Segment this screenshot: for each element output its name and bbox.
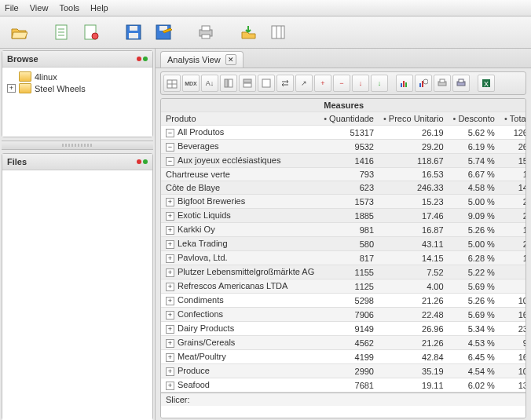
- row-label[interactable]: Côte de Blaye: [161, 181, 319, 195]
- expand-icon[interactable]: +: [166, 339, 174, 348]
- expand-icon[interactable]: +: [166, 283, 174, 291]
- print2-icon[interactable]: [434, 75, 451, 92]
- tree-item-steelwheels[interactable]: +Steel Wheels: [5, 82, 149, 94]
- col-header[interactable]: •Desconto: [449, 112, 500, 126]
- row-label[interactable]: +Bigfoot Breweries: [161, 195, 319, 209]
- cell-value: 5298: [319, 294, 379, 308]
- expand-icon[interactable]: +: [166, 268, 174, 277]
- splitter[interactable]: [2, 141, 153, 150]
- open-button[interactable]: [6, 20, 31, 45]
- down-red-icon[interactable]: ↓: [352, 75, 369, 92]
- row-label[interactable]: +Produce: [161, 364, 319, 378]
- row-label[interactable]: −All Produtos: [161, 126, 319, 140]
- expand-icon[interactable]: +: [166, 212, 174, 221]
- table-row: −Aux joyeux ecclésiastiques1416118.675.7…: [161, 154, 526, 168]
- chart-bar-icon[interactable]: [396, 75, 413, 92]
- print3-icon[interactable]: [452, 75, 470, 92]
- print-button[interactable]: [193, 20, 218, 45]
- cell-value: 261115: [500, 140, 526, 154]
- cell-value: 35.19: [379, 364, 449, 378]
- expand-icon[interactable]: +: [166, 226, 174, 235]
- tree-item-4linux[interactable]: 4linux: [5, 71, 149, 82]
- row-label[interactable]: +Exotic Liquids: [161, 209, 319, 223]
- drill-minus-icon[interactable]: −: [333, 75, 350, 92]
- col-header[interactable]: •Quantidade: [319, 112, 379, 126]
- collapse-icon[interactable]: −: [166, 157, 174, 166]
- menu-view[interactable]: View: [30, 3, 49, 13]
- cell-value: 9532: [319, 140, 379, 154]
- menu-help[interactable]: Help: [90, 3, 108, 13]
- cell-value: 23752: [500, 237, 526, 251]
- table-row: +Condiments529821.265.26 %106703: [161, 294, 526, 308]
- excel-icon[interactable]: X: [478, 75, 495, 92]
- files-header: Files: [2, 154, 152, 170]
- collapse-icon[interactable]: −: [166, 143, 174, 152]
- col-header[interactable]: •Preco Unitario: [379, 112, 449, 126]
- cell-value: 9149: [319, 322, 379, 336]
- expand-icon[interactable]: +: [166, 367, 174, 376]
- cell-value: 1573: [319, 195, 379, 209]
- expand-icon[interactable]: +: [166, 198, 174, 206]
- expand-icon[interactable]: +: [7, 84, 16, 93]
- expand-icon[interactable]: +: [166, 297, 174, 305]
- cell-value: 1416: [319, 154, 379, 168]
- save-button[interactable]: [121, 20, 146, 45]
- swap-icon[interactable]: [276, 75, 294, 92]
- mdx-icon[interactable]: MDX: [182, 75, 200, 92]
- export-button[interactable]: [236, 20, 261, 45]
- collapse-icon[interactable]: −: [166, 129, 174, 137]
- layout3-icon[interactable]: [258, 75, 275, 92]
- svg-rect-25: [401, 83, 402, 87]
- row-label[interactable]: +Seafood: [161, 378, 319, 393]
- chart-config-icon[interactable]: [415, 75, 432, 92]
- refresh-icon[interactable]: [137, 159, 148, 164]
- layout2-icon[interactable]: [239, 75, 256, 92]
- expand-icon[interactable]: +: [166, 325, 174, 334]
- down-green-icon[interactable]: ↓: [371, 75, 388, 92]
- row-label[interactable]: +Condiments: [161, 294, 319, 308]
- svg-rect-21: [229, 79, 233, 87]
- svg-rect-7: [130, 26, 137, 31]
- row-label[interactable]: Chartreuse verte: [161, 168, 319, 181]
- menu-file[interactable]: File: [5, 3, 19, 13]
- row-label[interactable]: +Leka Trading: [161, 237, 319, 251]
- row-label[interactable]: +Pavlova, Ltd.: [161, 251, 319, 265]
- expand-icon[interactable]: +: [166, 311, 174, 320]
- dim-header[interactable]: Produto: [161, 112, 319, 126]
- drill-plus-icon[interactable]: +: [314, 75, 331, 92]
- layout1-icon[interactable]: [220, 75, 237, 92]
- expand-icon[interactable]: +: [166, 240, 174, 249]
- refresh-icon[interactable]: [137, 57, 148, 61]
- row-label[interactable]: +Confections: [161, 308, 319, 322]
- row-label[interactable]: −Aux joyeux ecclésiastiques: [161, 154, 319, 168]
- expand-icon[interactable]: +: [166, 254, 174, 263]
- tab-analysis-view[interactable]: Analysis View ✕: [160, 51, 244, 68]
- menu-tools[interactable]: Tools: [59, 3, 79, 13]
- svg-rect-32: [440, 79, 445, 82]
- columns-button[interactable]: [266, 20, 291, 45]
- row-label[interactable]: +Plutzer Lebensmittelgroßmärkte AG: [161, 265, 319, 279]
- row-label[interactable]: +Refrescos Americanas LTDA: [161, 279, 319, 294]
- row-label[interactable]: −Beverages: [161, 140, 319, 154]
- row-label[interactable]: +Meat/Poultry: [161, 350, 319, 364]
- row-label[interactable]: +Karkki Oy: [161, 223, 319, 237]
- cell-value: 14.15: [379, 251, 449, 265]
- expand-icon[interactable]: +: [166, 382, 174, 390]
- expand-icon[interactable]: ↗: [295, 75, 313, 92]
- svg-rect-12: [202, 26, 210, 31]
- new-doc-button[interactable]: [49, 20, 74, 45]
- row-label[interactable]: +Grains/Cereals: [161, 336, 319, 350]
- folder-icon: [19, 71, 31, 82]
- cell-value: 15.23: [379, 195, 449, 209]
- cell-value: 92595: [500, 336, 526, 350]
- sort-icon[interactable]: A↓: [201, 75, 218, 92]
- cube-icon[interactable]: [163, 75, 181, 92]
- save-edit-button[interactable]: [151, 20, 176, 45]
- col-header[interactable]: •Total Item: [500, 112, 526, 126]
- close-icon[interactable]: ✕: [225, 54, 236, 65]
- new-doc-star-button[interactable]: [79, 20, 104, 45]
- expand-icon[interactable]: +: [166, 353, 174, 362]
- row-label[interactable]: +Dairy Products: [161, 322, 319, 336]
- cell-value: 43.11: [379, 237, 449, 251]
- cell-value: 5.69 %: [449, 279, 500, 294]
